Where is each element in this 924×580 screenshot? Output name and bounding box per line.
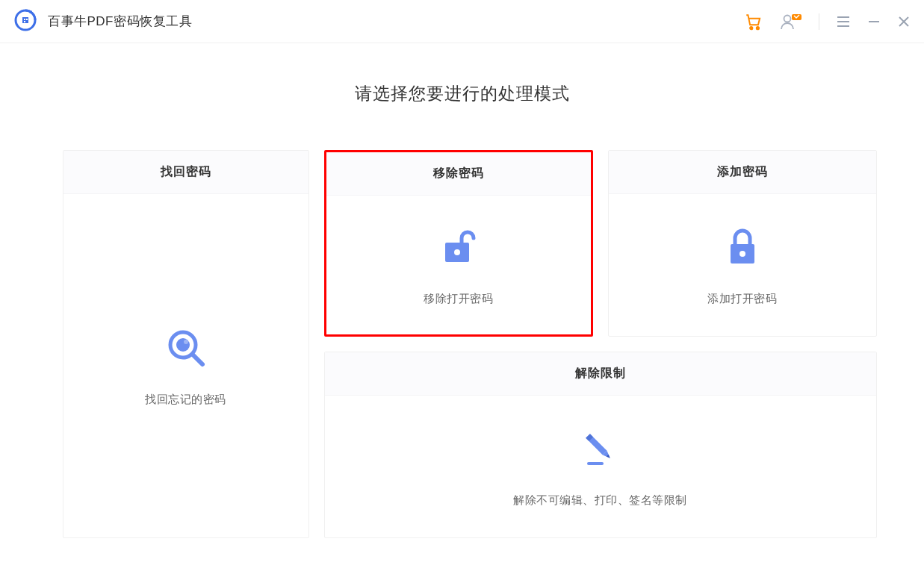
recover-card-desc: 找回忘记的密码 bbox=[145, 393, 226, 407]
restrict-card-title: 解除限制 bbox=[325, 352, 876, 396]
card-body: 找回忘记的密码 bbox=[63, 194, 308, 537]
app-title: 百事牛PDF密码恢复工具 bbox=[48, 13, 192, 30]
titlebar: 百事牛PDF密码恢复工具 bbox=[0, 0, 924, 43]
add-card-title: 添加密码 bbox=[609, 151, 876, 194]
unlock-icon bbox=[436, 225, 481, 272]
svg-point-23 bbox=[739, 251, 745, 257]
card-body: 添加打开密码 bbox=[609, 194, 876, 336]
add-password-card[interactable]: 添加密码 添加打开密码 bbox=[608, 150, 877, 337]
search-icon bbox=[164, 325, 208, 373]
svg-rect-5 bbox=[24, 21, 25, 22]
svg-point-1 bbox=[29, 10, 32, 13]
mode-grid: 找回密码 找回忘记的密码 移除密码 bbox=[63, 150, 862, 538]
svg-point-18 bbox=[184, 340, 188, 344]
restrict-card-desc: 解除不可编辑、打印、签名等限制 bbox=[513, 493, 687, 508]
cart-icon[interactable] bbox=[744, 12, 763, 31]
svg-point-6 bbox=[750, 27, 752, 29]
account-icon[interactable] bbox=[780, 12, 802, 31]
pencil-icon bbox=[578, 426, 623, 474]
svg-rect-4 bbox=[26, 19, 28, 20]
svg-rect-3 bbox=[24, 19, 25, 20]
app-logo-icon bbox=[13, 8, 37, 35]
svg-point-7 bbox=[757, 27, 759, 29]
svg-point-8 bbox=[784, 15, 791, 22]
svg-point-17 bbox=[176, 338, 190, 352]
svg-point-21 bbox=[454, 249, 460, 255]
remove-card-title: 移除密码 bbox=[326, 152, 591, 196]
titlebar-actions bbox=[744, 12, 911, 31]
card-body: 移除打开密码 bbox=[326, 196, 591, 334]
menu-icon[interactable] bbox=[836, 15, 851, 28]
instruction-text: 请选择您要进行的处理模式 bbox=[0, 82, 924, 105]
recover-card-title: 找回密码 bbox=[63, 151, 308, 194]
add-card-desc: 添加打开密码 bbox=[707, 292, 777, 306]
svg-line-19 bbox=[193, 355, 202, 364]
remove-restriction-card[interactable]: 解除限制 解除不可编辑、打印、签名等限制 bbox=[324, 352, 877, 538]
card-body: 解除不可编辑、打印、签名等限制 bbox=[325, 396, 876, 537]
remove-card-desc: 移除打开密码 bbox=[424, 292, 493, 306]
remove-password-card[interactable]: 移除密码 移除打开密码 bbox=[324, 150, 593, 337]
minimize-icon[interactable] bbox=[867, 15, 881, 28]
close-icon[interactable] bbox=[897, 15, 911, 28]
main-content: 请选择您要进行的处理模式 找回密码 找回忘记的密码 移除密码 bbox=[0, 43, 924, 538]
lock-icon bbox=[720, 225, 765, 272]
recover-password-card[interactable]: 找回密码 找回忘记的密码 bbox=[63, 150, 309, 538]
logo-wrap: 百事牛PDF密码恢复工具 bbox=[13, 8, 192, 35]
divider bbox=[819, 13, 819, 30]
